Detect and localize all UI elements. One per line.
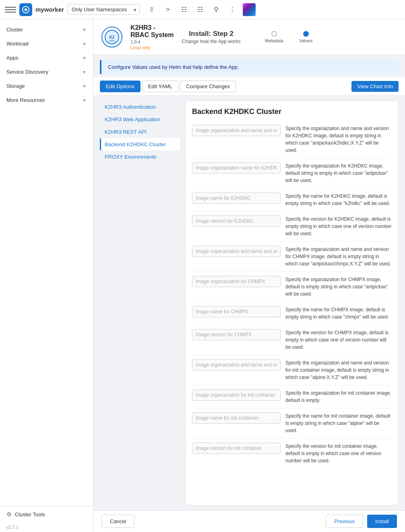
input-init-name[interactable] [192,412,281,424]
form-field-chmpx-version [192,329,281,351]
input-chmpx-version[interactable] [192,329,281,340]
input-chmpx-full[interactable] [192,246,281,257]
left-nav-item-k2hr3-auth[interactable]: K2HR3 Authentication [100,101,180,113]
menu-icon[interactable] [5,4,16,15]
form-desc: Specify the organaization for CHMPX imag… [285,276,392,298]
chevron-down-icon: ▼ [82,41,87,46]
form-desc: Specify the name for K2HDKC image, defau… [285,193,392,207]
form-field-init-version [192,443,281,464]
install-button[interactable]: Install [367,515,397,528]
form-field-chmpx-org [192,276,281,298]
chevron-down-icon: ▼ [82,56,87,60]
chevron-down-icon: ▼ [82,70,87,75]
form-row: Specify the organaization and name and v… [192,242,392,272]
form-field-chmpx-full [192,246,281,267]
svg-text:HR3: HR3 [109,39,115,42]
chevron-down-icon: ▼ [82,27,87,32]
form-section-title: Backend K2HDKC Cluster [192,108,392,116]
previous-button[interactable]: Previous [326,515,363,528]
input-k2hdkc-org[interactable] [192,162,281,174]
bottom-bar: Cancel Previous Install [93,510,405,532]
form-area: Backend K2HDKC Cluster Specify the organ… [185,101,399,505]
form-desc: Specify the version for K2HDKC image, de… [285,215,392,237]
sidebar-item-workload[interactable]: Workload ▼ [0,37,93,51]
grid-icon[interactable]: ☷ [194,4,206,15]
input-chmpx-org[interactable] [192,276,281,287]
cancel-button[interactable]: Cancel [101,515,134,528]
sidebar-item-storage[interactable]: Storage ▼ [0,79,93,93]
chevron-down-icon: ▼ [82,84,87,89]
left-nav-item-k2hr3-rest[interactable]: K2HR3 REST API [100,126,180,138]
form-row: Specify the name for init container imag… [192,408,392,439]
left-nav-item-k2hr3-web[interactable]: K2HR3 Web Application [100,113,180,126]
topbar-icons: ⇧ > ☷ ☷ ⚲ ⋮ [146,3,256,16]
file-icon[interactable]: ☷ [178,4,190,15]
input-k2hdkc-version[interactable] [192,215,281,227]
tab-compare-changes[interactable]: Compare Changes [180,81,236,92]
svg-text:K2: K2 [110,35,115,39]
input-init-full[interactable] [192,359,281,371]
step-section: Install: Step 2 Change how the App works [182,30,241,44]
form-row: Specify the version for K2HDKC image, de… [192,211,392,242]
form-desc: Specify the version for init container i… [285,443,392,464]
form-row: Specify the organaization for init conta… [192,385,392,408]
form-desc: Specify the organaization and name and v… [285,359,392,381]
app-icon: K2 HR3 [101,27,122,48]
sidebar: Cluster ▼ Workload ▼ Apps ▼ Service Disc… [0,19,93,532]
input-k2hdkc-full[interactable] [192,125,281,136]
terminal-icon[interactable]: > [162,4,174,15]
search-icon[interactable]: ⚲ [211,4,222,15]
form-field-chmpx-name [192,306,281,321]
sidebar-nav: Cluster ▼ Workload ▼ Apps ▼ Service Disc… [0,19,93,506]
inner-layout: K2HR3 Authentication K2HR3 Web Applicati… [93,96,405,510]
app-logo [19,3,32,16]
sidebar-item-apps[interactable]: Apps ▼ [0,51,93,65]
form-row: Specify the organaization and name and v… [192,355,392,385]
step1-indicator: Metadata [265,31,283,43]
sidebar-item-more-resources[interactable]: More Resources ▼ [0,93,93,107]
input-init-org[interactable] [192,389,281,401]
user-avatar[interactable] [243,3,256,16]
namespace-selector-wrap: Only User Namespaces [67,4,140,15]
input-k2hdkc-name[interactable] [192,193,281,204]
info-banner: Configure Values used by Helm that help … [100,60,399,74]
form-desc: Specify the name for CHMPX image, defaul… [285,306,392,321]
more-icon[interactable]: ⋮ [227,4,238,15]
left-nav: K2HR3 Authentication K2HR3 Web Applicati… [100,101,180,505]
upload-icon[interactable]: ⇧ [146,4,157,15]
view-chart-info-button[interactable]: View Chart Info [351,81,399,92]
form-desc: Specify the organaization and name and v… [285,125,392,154]
sidebar-version: v2.7.1 [0,522,93,532]
input-init-version[interactable] [192,443,281,454]
tab-edit-options[interactable]: Edit Options [100,81,141,92]
content-area: K2 HR3 K2HR3 - RBAC System 1.0.4 Linux o… [93,19,405,532]
topbar: myworker Only User Namespaces ⇧ > ☷ ☷ ⚲ … [0,0,405,19]
left-nav-item-proxy[interactable]: PROXY Environments [100,151,180,163]
form-field-k2hdkc-name [192,193,281,207]
sidebar-item-cluster[interactable]: Cluster ▼ [0,23,93,37]
form-row: Specify the organaization and name and v… [192,121,392,158]
step-indicator: Metadata Values [265,31,313,43]
step2-indicator: Values [300,31,313,43]
form-desc: Specify the organaization for K2HDKC ima… [285,162,392,184]
sidebar-footer[interactable]: ⚙ Cluster Tools [0,506,93,522]
step-sublabel: Change how the App works [182,39,241,44]
form-row: Specify the version for CHMPX image, def… [192,325,392,355]
form-desc: Specify the version for CHMPX image, def… [285,329,392,351]
form-field-init-org [192,389,281,404]
namespace-selector[interactable]: Only User Namespaces [67,4,140,15]
tab-edit-yaml[interactable]: Edit YAML [142,81,178,92]
form-desc: Specify the name for init container imag… [285,412,392,434]
form-field-k2hdkc-version [192,215,281,237]
form-field-k2hdkc-org [192,162,281,184]
linux-only-badge: Linux only [130,45,174,50]
sidebar-item-service-discovery[interactable]: Service Discovery ▼ [0,65,93,79]
tabs-row: Edit Options Edit YAML Compare Changes V… [93,77,405,96]
left-nav-item-backend-k2hdkc[interactable]: Backend K2HDKC Cluster [100,138,180,151]
bottom-right-buttons: Previous Install [326,515,397,528]
tabs-left: Edit Options Edit YAML Compare Changes [100,81,236,92]
form-row: Specify the organaization for CHMPX imag… [192,272,392,302]
form-field-k2hdkc-full [192,125,281,154]
input-chmpx-name[interactable] [192,306,281,317]
step1-dot [271,31,277,37]
